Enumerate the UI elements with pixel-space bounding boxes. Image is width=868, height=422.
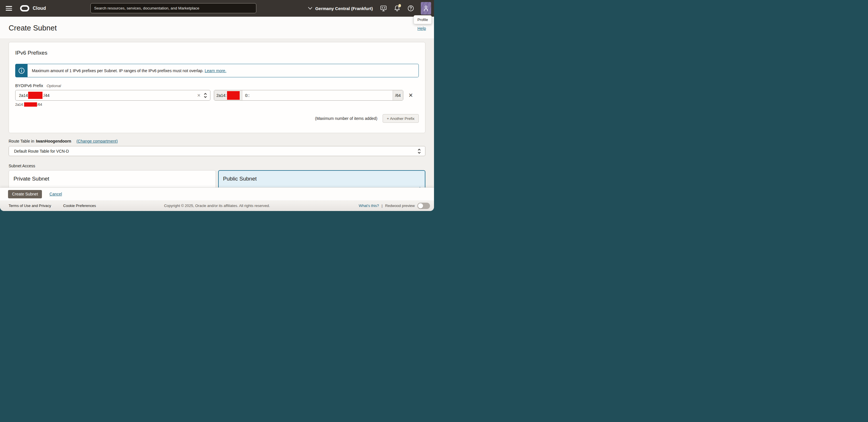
info-circle-icon xyxy=(15,64,28,77)
person-icon xyxy=(423,5,429,12)
profile-tooltip: Profile xyxy=(414,15,432,24)
redaction-block xyxy=(24,102,37,107)
app-window: Cloud Germany Central (Frankfurt) xyxy=(0,0,434,211)
footer-right: What's this? | Redwood preview xyxy=(359,203,430,209)
redwood-preview-label: Redwood preview xyxy=(385,203,415,208)
card-title: Public Subnet xyxy=(223,176,421,182)
route-table-value: Default Route Table for VCN-D xyxy=(14,149,69,153)
byoip-prefix-combobox[interactable]: 2a14:/44 ✕ xyxy=(15,90,210,101)
whats-this-link[interactable]: What's this? xyxy=(359,203,379,208)
info-text: Maximum amount of 1 IPv6 prefixes per Su… xyxy=(32,68,204,73)
create-subnet-button[interactable]: Create Subnet xyxy=(8,190,42,198)
remove-x-icon[interactable]: ✕ xyxy=(408,92,413,98)
chevron-down-icon xyxy=(308,7,312,10)
note-row: (Maximum number of items added) + Anothe… xyxy=(15,114,419,123)
hamburger-menu-icon[interactable] xyxy=(6,6,12,11)
public-subnet-card[interactable]: Public Subnet Allow public IP addresses … xyxy=(218,170,425,188)
oracle-logo-icon xyxy=(20,5,29,11)
section-heading: IPv6 Prefixes xyxy=(15,50,419,56)
byoip-label: BYOIPv6 Prefix xyxy=(15,83,43,88)
footer-links: Terms of Use and Privacy Cookie Preferen… xyxy=(9,203,96,208)
region-name: Germany Central (Frankfurt) xyxy=(315,6,373,11)
max-items-note: (Maximum number of items added) xyxy=(315,116,377,121)
brand-name: Cloud xyxy=(33,6,46,11)
page: Cloud Germany Central (Frankfurt) xyxy=(0,0,434,211)
private-subnet-card[interactable]: Private Subnet Prohibit public IP addres… xyxy=(9,170,216,188)
prefix-helper-text: 2a14:/64 xyxy=(15,102,419,107)
info-banner-body: Maximum amount of 1 IPv6 prefixes per Su… xyxy=(28,64,419,77)
toggle-knob xyxy=(418,203,423,208)
global-search[interactable] xyxy=(90,3,256,13)
redaction-block xyxy=(28,92,42,99)
redwood-preview-toggle[interactable] xyxy=(417,203,430,209)
redaction-block xyxy=(227,91,240,100)
notifications-bell-icon[interactable] xyxy=(394,5,400,11)
footer: Copyright © 2025, Oracle and/or its affi… xyxy=(0,200,434,211)
terms-link[interactable]: Terms of Use and Privacy xyxy=(9,203,51,208)
page-title: Create Subnet xyxy=(9,24,57,32)
profile-avatar[interactable] xyxy=(421,2,431,15)
page-header: Create Subnet Help xyxy=(0,17,434,39)
topbar: Cloud Germany Central (Frankfurt) xyxy=(0,0,434,17)
subnet-prefix-suffix-addon: /64 xyxy=(393,90,403,100)
card-title: Private Subnet xyxy=(13,176,211,182)
stepper-chevrons-icon[interactable] xyxy=(204,92,207,98)
stepper-chevrons-icon xyxy=(417,148,421,154)
subnet-access-label: Subnet Access xyxy=(9,164,425,168)
prefix-value: 2a14:/44 xyxy=(19,92,50,99)
cancel-link[interactable]: Cancel xyxy=(50,192,62,196)
separator: | xyxy=(381,203,382,208)
subnet-access-cards: Private Subnet Prohibit public IP addres… xyxy=(9,170,425,188)
byoip-optional: Optional xyxy=(46,84,61,88)
change-compartment-link[interactable]: (Change compartment) xyxy=(76,139,118,143)
clear-x-icon[interactable]: ✕ xyxy=(197,93,200,98)
learn-more-link[interactable]: Learn more. xyxy=(205,68,226,73)
info-banner: Maximum amount of 1 IPv6 prefixes per Su… xyxy=(15,64,419,77)
compartment-name: IwanHoogendoorn xyxy=(36,139,71,143)
dev-console-icon[interactable] xyxy=(380,5,386,11)
byoip-label-row: BYOIPv6 Prefix Optional xyxy=(15,83,419,88)
help-link[interactable]: Help xyxy=(417,26,426,31)
help-question-icon[interactable] xyxy=(408,5,414,11)
subnet-prefix-group: 2a14: /64 xyxy=(214,90,403,101)
search-input[interactable] xyxy=(91,6,256,10)
another-prefix-button[interactable]: + Another Prefix xyxy=(383,114,419,123)
region-selector[interactable]: Germany Central (Frankfurt) xyxy=(308,6,373,11)
topbar-right: Germany Central (Frankfurt) xyxy=(308,0,434,17)
route-table-select[interactable]: Default Route Table for VCN-D xyxy=(9,146,425,156)
content: IPv6 Prefixes Maximum amount of 1 IPv6 p… xyxy=(0,39,434,188)
brand[interactable]: Cloud xyxy=(20,5,46,11)
route-table-label: Route Table in IwanHoogendoorn (Change c… xyxy=(9,139,425,143)
notification-badge xyxy=(398,4,401,7)
subnet-prefix-input[interactable] xyxy=(242,90,392,100)
action-bar: Create Subnet Cancel xyxy=(0,188,434,200)
ipv6-prefixes-card: IPv6 Prefixes Maximum amount of 1 IPv6 p… xyxy=(9,42,425,133)
subnet-prefix-prefix-addon: 2a14: xyxy=(214,90,242,100)
prefix-input-row: 2a14:/44 ✕ 2a14: /64 xyxy=(15,90,419,101)
cookie-preferences-link[interactable]: Cookie Preferences xyxy=(63,203,96,208)
